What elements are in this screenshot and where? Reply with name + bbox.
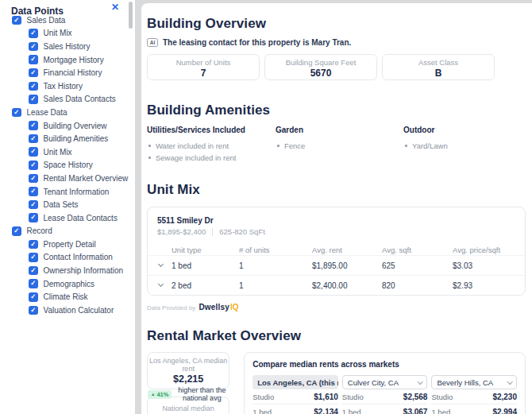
- checkbox-checked-icon[interactable]: ✓: [12, 16, 21, 25]
- rent-value: $2,134: [314, 408, 338, 414]
- checkbox-checked-icon[interactable]: ✓: [29, 279, 38, 288]
- section-heading-building-overview: Building Overview: [147, 16, 526, 32]
- sidebar-item-label: Contact Information: [44, 253, 113, 261]
- checkbox-checked-icon[interactable]: ✓: [12, 226, 21, 236]
- bullet-icon: [277, 145, 279, 147]
- market-column-culver-city: Culver City, CA Studio $2,568 1 bed $3,0…: [342, 375, 428, 414]
- checkbox-checked-icon[interactable]: ✓: [29, 147, 38, 157]
- sidebar-item-property-detail[interactable]: ✓ Property Detail: [0, 238, 135, 251]
- sidebar-item-rental-market-overview[interactable]: ✓ Rental Market Overview: [0, 172, 135, 185]
- sidebar-item-label: Sales History: [44, 42, 91, 51]
- unit-mix-table-header: Unit type # of units Avg. rent Avg. sqft…: [148, 244, 525, 255]
- national-median-label: National median: [148, 404, 229, 412]
- sidebar-item-label: Tax History: [44, 82, 83, 91]
- cell-avg-sqft: 625: [382, 261, 453, 270]
- checkbox-checked-icon[interactable]: ✓: [29, 68, 38, 78]
- sidebar-item-climate-risk[interactable]: ✓ Climate Risk: [0, 290, 135, 304]
- sidebar-item-sales-history[interactable]: ✓ Sales History: [0, 40, 135, 53]
- sidebar-item-sales-data-contacts[interactable]: ✓ Sales Data Contacts: [0, 93, 135, 106]
- amenity-group-label: Outdoor: [403, 126, 526, 134]
- unit-mix-card-header: 5511 Smiley Dr $1,895-$2,400 625-820 SqF…: [148, 216, 525, 236]
- sidebar-item-record[interactable]: ✓ Record: [0, 225, 135, 238]
- amenity-group-label: Garden: [276, 126, 403, 134]
- cell-avg-rent: $1,895.00: [312, 261, 382, 270]
- checkbox-checked-icon[interactable]: ✓: [29, 240, 38, 250]
- sidebar-item-building-amenities[interactable]: ✓ Building Amenities: [0, 132, 135, 145]
- sidebar-item-lease-data-contacts[interactable]: ✓ Lease Data Contacts: [0, 211, 135, 225]
- checkbox-checked-icon[interactable]: ✓: [29, 253, 38, 262]
- unit-mix-card: 5511 Smiley Dr $1,895-$2,400 625-820 SqF…: [147, 207, 526, 296]
- sidebar-item-label: Climate Risk: [44, 292, 88, 301]
- sidebar-item-unit-mix[interactable]: ✓ Unit Mix: [0, 27, 135, 41]
- checkbox-checked-icon[interactable]: ✓: [29, 134, 38, 144]
- close-icon[interactable]: ✕: [111, 2, 119, 13]
- sidebar-item-data-sets[interactable]: ✓ Data Sets: [0, 198, 135, 211]
- sidebar-item-unit-mix-lease[interactable]: ✓ Unit Mix: [0, 145, 135, 159]
- checkbox-checked-icon[interactable]: ✓: [29, 82, 38, 91]
- checkbox-checked-icon[interactable]: ✓: [29, 266, 38, 276]
- data-points-sidebar: Data Points ✕ ✓ Sales Data ✓ Unit Mix ✓ …: [0, 0, 135, 414]
- market-select-dropdown[interactable]: Culver City, CA: [342, 375, 428, 389]
- checkbox-checked-icon[interactable]: ✓: [12, 108, 21, 118]
- stat-card-building-square-feet: Building Square Feet 5670: [264, 54, 377, 80]
- sidebar-item-space-history[interactable]: ✓ Space History: [0, 159, 135, 172]
- ai-insight-row: AI The leasing contact for this property…: [147, 38, 526, 47]
- sidebar-item-contact-information[interactable]: ✓ Contact Information: [0, 251, 135, 265]
- sidebar-item-label: Space History: [44, 161, 93, 169]
- sidebar-item-financial-history[interactable]: ✓ Financial History: [0, 66, 135, 79]
- chevron-down-icon[interactable]: [158, 281, 164, 287]
- sidebar-item-tax-history[interactable]: ✓ Tax History: [0, 79, 135, 93]
- rent-value: $1,610: [314, 393, 338, 401]
- checkbox-checked-icon[interactable]: ✓: [29, 174, 38, 184]
- sqft-range: 625-820 SqFt: [219, 227, 265, 236]
- sidebar-item-building-overview[interactable]: ✓ Building Overview: [0, 119, 135, 133]
- stat-card-asset-class: Asset Class B: [382, 54, 495, 80]
- sidebar-item-label: Tenant Information: [44, 188, 110, 196]
- sidebar-item-lease-data[interactable]: ✓ Lease Data: [0, 106, 135, 119]
- bullet-icon: [148, 157, 151, 159]
- sidebar-item-valuation-calculator[interactable]: ✓ Valuation Calculator: [0, 304, 135, 317]
- local-median-value: $2,215: [148, 373, 229, 385]
- sidebar-item-ownership-information[interactable]: ✓ Ownership Information: [0, 264, 135, 277]
- checkbox-checked-icon[interactable]: ✓: [29, 213, 38, 222]
- sidebar-item-label: Lease Data Contacts: [44, 214, 118, 222]
- checkbox-checked-icon[interactable]: ✓: [29, 161, 38, 170]
- property-address: 5511 Smiley Dr: [157, 216, 515, 225]
- sidebar-scrollbar-thumb[interactable]: [129, 2, 133, 29]
- amenities-columns: Utilities/Services Included Water includ…: [147, 126, 526, 164]
- rent-range: $1,895-$2,400: [157, 227, 206, 236]
- rent-row: Studio $2,230: [431, 389, 517, 404]
- local-median-label: Los Angeles, CA median rent: [148, 357, 229, 373]
- sidebar-item-label: Property Detail: [44, 240, 96, 249]
- chevron-down-icon[interactable]: [158, 261, 164, 267]
- amenity-group-outdoor: Outdoor Yard/Lawn: [403, 126, 526, 164]
- sidebar-item-label: Mortgage History: [44, 56, 104, 64]
- selected-market: Culver City, CA: [348, 378, 399, 387]
- chevron-down-icon: [418, 379, 422, 384]
- amenity-group-utilities: Utilities/Services Included Water includ…: [147, 126, 276, 164]
- sidebar-item-label: Building Amenities: [44, 134, 109, 143]
- sidebar-item-label: Lease Data: [27, 108, 67, 117]
- checkbox-checked-icon[interactable]: ✓: [29, 121, 38, 130]
- sidebar-item-mortgage-history[interactable]: ✓ Mortgage History: [0, 53, 135, 67]
- checkbox-checked-icon[interactable]: ✓: [29, 29, 38, 38]
- market-select-dropdown[interactable]: Beverly Hills, CA: [431, 375, 517, 389]
- ai-icon: AI: [147, 38, 158, 47]
- cell-unit-type: 2 bed: [172, 281, 239, 290]
- checkbox-checked-icon[interactable]: ✓: [29, 42, 38, 52]
- section-heading-building-amenities: Building Amenities: [147, 103, 526, 118]
- checkbox-checked-icon[interactable]: ✓: [29, 55, 38, 64]
- unit-type-label: 1 bed: [253, 408, 272, 414]
- checkbox-checked-icon[interactable]: ✓: [29, 187, 38, 196]
- sidebar-item-tenant-information[interactable]: ✓ Tenant Information: [0, 185, 135, 199]
- sidebar-header: Data Points ✕: [0, 0, 135, 13]
- checkbox-checked-icon[interactable]: ✓: [29, 292, 38, 302]
- checkbox-checked-icon[interactable]: ✓: [29, 200, 38, 210]
- checkbox-checked-icon[interactable]: ✓: [29, 95, 38, 104]
- checkbox-checked-icon[interactable]: ✓: [29, 306, 38, 315]
- compare-markets-title: Compare median rents across markets: [253, 360, 517, 369]
- sidebar-item-label: Valuation Calculator: [44, 306, 114, 315]
- cell-avg-sqft: 820: [382, 281, 453, 290]
- sidebar-item-demographics[interactable]: ✓ Demographics: [0, 277, 135, 291]
- column-header: Avg. rent: [312, 246, 382, 254]
